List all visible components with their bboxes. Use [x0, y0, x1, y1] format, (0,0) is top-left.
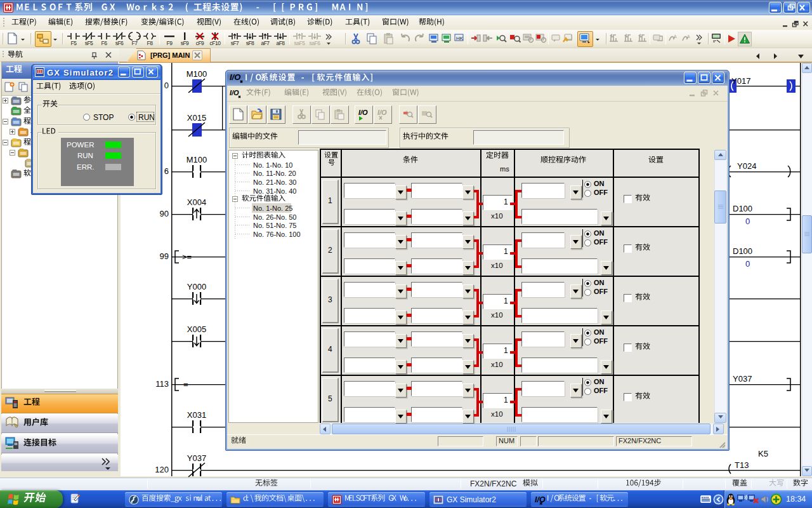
svg-text:6: 6	[164, 166, 169, 176]
svg-text:M100: M100	[187, 69, 207, 79]
svg-text:Y037: Y037	[187, 453, 206, 463]
svg-text:I/O: I/O	[230, 72, 240, 82]
svg-text:>=: >=	[182, 252, 192, 262]
svg-text:D100: D100	[733, 246, 752, 256]
svg-text:120: 120	[155, 465, 169, 474]
svg-text:Y017: Y017	[731, 76, 750, 86]
svg-text:=: =	[183, 380, 188, 389]
svg-text:0: 0	[745, 259, 750, 269]
svg-text:0: 0	[164, 81, 169, 90]
svg-text:I/O: I/O	[377, 109, 387, 116]
svg-text:Y000: Y000	[187, 282, 206, 291]
svg-text:I/O: I/O	[230, 89, 239, 97]
svg-text:Y024: Y024	[737, 161, 756, 171]
svg-text:X031: X031	[187, 410, 206, 420]
svg-text:X004: X004	[187, 197, 206, 207]
svg-text:M100: M100	[187, 155, 207, 164]
svg-text:I/O: I/O	[358, 109, 368, 116]
svg-text:K5: K5	[758, 449, 768, 458]
svg-text:D100: D100	[733, 204, 752, 213]
svg-text:A: A	[687, 34, 690, 39]
svg-text:T13: T13	[735, 460, 749, 470]
svg-text:90: 90	[160, 209, 169, 218]
svg-text:HK: HK	[456, 36, 464, 41]
svg-text:Y037: Y037	[733, 374, 752, 384]
svg-text:A: A	[674, 34, 677, 39]
svg-text:X015: X015	[187, 113, 206, 123]
svg-text:X005: X005	[187, 324, 206, 334]
svg-text:0: 0	[745, 217, 750, 226]
svg-text:99: 99	[160, 251, 169, 261]
svg-text:113: 113	[155, 379, 169, 389]
